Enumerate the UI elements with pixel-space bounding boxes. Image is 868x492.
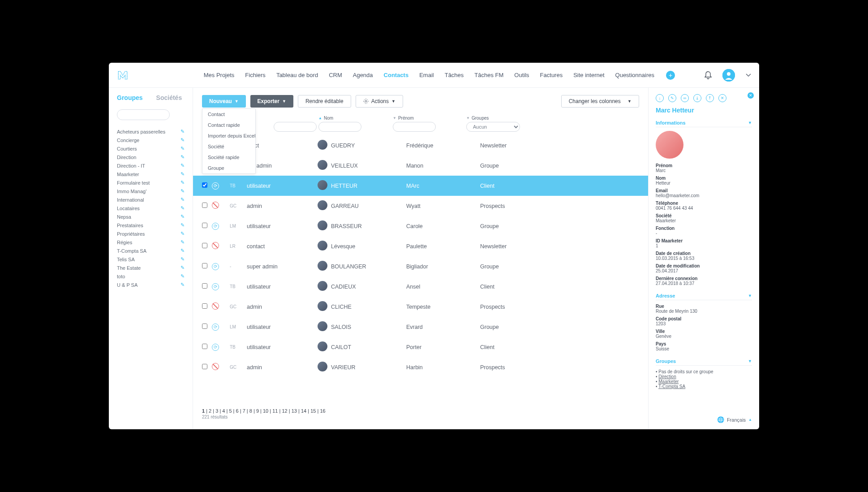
groupes-link[interactable]: T-Compta SA [658, 384, 685, 389]
role-filter-input[interactable] [274, 122, 317, 132]
page-number[interactable]: 15 [310, 408, 316, 414]
group-item[interactable]: U & P SA✎ [117, 281, 185, 289]
table-row[interactable]: LRcontactLévesquePauletteNewsletter [193, 236, 648, 256]
group-item[interactable]: Direction - IT✎ [117, 161, 185, 170]
row-checkbox[interactable] [202, 263, 207, 268]
nav-add-button[interactable]: + [666, 71, 675, 80]
edit-group-icon[interactable]: ✎ [180, 171, 185, 177]
edit-group-icon[interactable]: ✎ [180, 197, 185, 203]
group-item[interactable]: toto✎ [117, 272, 185, 281]
row-checkbox[interactable] [202, 243, 207, 248]
edit-group-icon[interactable]: ✎ [180, 129, 185, 134]
actions-button[interactable]: Actions ▼ [356, 95, 403, 108]
groupes-filter-select[interactable]: Aucun [466, 122, 520, 132]
row-checkbox[interactable] [202, 364, 207, 369]
row-checkbox[interactable] [202, 182, 207, 188]
dropdown-item[interactable]: Contact [202, 109, 255, 120]
page-number[interactable]: 8 [249, 408, 252, 414]
edit-group-icon[interactable]: ✎ [180, 265, 185, 271]
page-number[interactable]: 16 [320, 408, 325, 414]
edit-group-icon[interactable]: ✎ [180, 146, 185, 151]
export-icon[interactable]: ⤒ [706, 94, 714, 102]
edit-group-icon[interactable]: ✎ [180, 214, 185, 220]
table-row[interactable]: GCadminGARREAUWyattProspects [193, 196, 648, 216]
group-item[interactable]: Acheteurs passerelles✎ [117, 127, 185, 136]
group-search-input[interactable] [117, 109, 170, 120]
table-row[interactable]: ⟳-super adminBOULANGERBigliadorGroupe [193, 256, 648, 276]
group-item[interactable]: The Estate✎ [117, 263, 185, 272]
edit-group-icon[interactable]: ✎ [180, 154, 185, 160]
group-item[interactable]: Immo Manag'✎ [117, 187, 185, 195]
edit-group-icon[interactable]: ✎ [180, 231, 185, 237]
groupes-link[interactable]: Maarketer [658, 379, 679, 384]
nouveau-button[interactable]: Nouveau ▼ [202, 95, 246, 108]
page-number[interactable]: 11 [272, 408, 278, 414]
col-header-nom[interactable]: ▲Nom [318, 116, 393, 121]
nav-item-email[interactable]: Email [419, 72, 434, 78]
col-header-groupes[interactable]: ▼Groupes [466, 116, 529, 121]
groupes-link[interactable]: Direction [658, 374, 676, 379]
language-selector[interactable]: 🌐Français ▲ [656, 412, 752, 423]
nav-item-tableau-de-bord[interactable]: Tableau de bord [276, 72, 318, 78]
edit-group-icon[interactable]: ✎ [180, 256, 185, 262]
nav-item-crm[interactable]: CRM [329, 72, 342, 78]
nav-item-site-internet[interactable]: Site internet [573, 72, 604, 78]
page-number[interactable]: 4 [222, 408, 225, 414]
table-row[interactable]: ⟳TButilisateurCADIEUXAnselClient [193, 276, 648, 297]
changer-colonnes-button[interactable]: Changer les colonnes ▼ [561, 95, 639, 108]
edit-group-icon[interactable]: ✎ [180, 188, 185, 194]
group-item[interactable]: Locataires✎ [117, 204, 185, 212]
page-number[interactable]: 7 [243, 408, 245, 414]
section-informations[interactable]: Informations▼ [656, 120, 752, 127]
group-item[interactable]: Telis SA✎ [117, 255, 185, 263]
row-checkbox[interactable] [202, 203, 207, 208]
dropdown-item[interactable]: Groupe [202, 163, 255, 173]
group-item[interactable]: Courtiers✎ [117, 144, 185, 153]
row-checkbox[interactable] [202, 303, 207, 309]
sidebar-tab-sociétés[interactable]: Sociétés [156, 94, 182, 101]
nav-item-fichiers[interactable]: Fichiers [245, 72, 266, 78]
download-icon[interactable]: ↓ [656, 94, 664, 102]
group-item[interactable]: T-Compta SA✎ [117, 246, 185, 255]
user-menu-chevron-icon[interactable] [746, 73, 751, 77]
col-header-prenom[interactable]: ▼Prénom [393, 116, 466, 121]
row-checkbox[interactable] [202, 324, 207, 329]
prenom-filter-input[interactable] [393, 122, 436, 132]
edit-group-icon[interactable]: ✎ [180, 239, 185, 245]
nav-item-mes-projets[interactable]: Mes Projets [204, 72, 235, 78]
page-number[interactable]: 5 [229, 408, 232, 414]
dropdown-item[interactable]: Importer depuis Excel [202, 130, 255, 141]
page-number[interactable]: 12 [282, 408, 287, 414]
exporter-button[interactable]: Exporter ▼ [250, 95, 293, 108]
notifications-icon[interactable] [705, 71, 712, 79]
page-number[interactable]: 10 [263, 408, 268, 414]
group-item[interactable]: Nepsa✎ [117, 212, 185, 221]
group-item[interactable]: Prestataires✎ [117, 221, 185, 229]
edit-group-icon[interactable]: ✎ [180, 180, 185, 186]
nav-item-tâches[interactable]: Tâches [445, 72, 464, 78]
edit-group-icon[interactable]: ✎ [180, 222, 185, 228]
nav-item-outils[interactable]: Outils [514, 72, 529, 78]
row-checkbox[interactable] [202, 344, 207, 349]
table-row[interactable]: ⟳LMutilisateurSALOISEvrardGroupe [193, 317, 648, 337]
delete-icon[interactable]: ✕ [718, 94, 726, 102]
table-row[interactable]: GCadminCLICHETempesteProspects [193, 297, 648, 317]
dropdown-item[interactable]: Société [202, 141, 255, 152]
edit-group-icon[interactable]: ✎ [180, 163, 185, 168]
edit-group-icon[interactable]: ✎ [180, 248, 185, 254]
page-number[interactable]: 1 [202, 408, 205, 414]
page-number[interactable]: 9 [256, 408, 259, 414]
group-item[interactable]: Concierge✎ [117, 136, 185, 144]
table-row[interactable]: GCadminVARIEURHarbinProspects [193, 357, 648, 377]
table-row[interactable]: ⟳ntactGUEDRYFrédériqueNewsletter [193, 135, 648, 155]
sidebar-tab-groupes[interactable]: Groupes [117, 94, 143, 101]
edit-icon[interactable]: ✎ [668, 94, 676, 102]
group-item[interactable]: Maarketer✎ [117, 170, 185, 178]
group-item[interactable]: Formulaire test✎ [117, 178, 185, 187]
edit-group-icon[interactable]: ✎ [180, 273, 185, 279]
page-number[interactable]: 2 [209, 408, 211, 414]
group-item[interactable]: International✎ [117, 195, 185, 204]
nav-item-agenda[interactable]: Agenda [353, 72, 373, 78]
group-item[interactable]: Direction✎ [117, 153, 185, 161]
user-avatar[interactable] [722, 69, 735, 82]
